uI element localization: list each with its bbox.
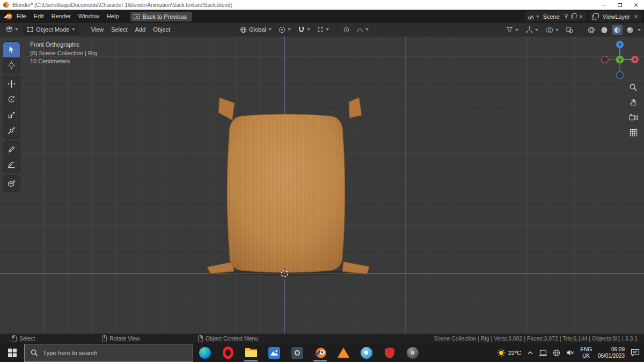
orange-triangle-app-icon[interactable] <box>332 343 355 362</box>
gizmo-minus-z-ball[interactable] <box>617 72 624 79</box>
blue-round-app-icon[interactable] <box>355 343 378 362</box>
selectability-filter-dropdown[interactable] <box>503 25 521 35</box>
tool-cursor-button[interactable] <box>3 57 20 73</box>
weather-widget[interactable]: 22°C <box>497 349 522 357</box>
pan-button[interactable] <box>627 97 639 108</box>
viewport-header: Object Mode View Select Add Object Globa… <box>0 23 644 36</box>
language-indicator[interactable]: ENG UK <box>580 346 592 359</box>
menu-render[interactable]: Render <box>48 10 75 23</box>
scale-icon <box>8 111 16 119</box>
sack-object[interactable] <box>207 98 369 276</box>
proportional-editing-icon <box>343 27 349 33</box>
action-center-icon[interactable] <box>631 349 640 357</box>
snap-toggle-button[interactable] <box>295 25 313 35</box>
tool-add-cube-button[interactable] <box>3 176 20 191</box>
separator <box>336 26 336 33</box>
menu-help[interactable]: Help <box>103 10 123 23</box>
tool-move-button[interactable] <box>3 76 20 92</box>
camera-view-button[interactable] <box>627 112 639 123</box>
minimize-icon <box>602 5 606 5</box>
menu-edit[interactable]: Edit <box>30 10 48 23</box>
menu-file[interactable]: File <box>13 10 30 23</box>
pin-icon[interactable] <box>564 13 569 19</box>
proportional-editing-toggle[interactable] <box>341 25 352 35</box>
navigation-gizmo[interactable]: Z X Y <box>590 39 644 88</box>
toggle-projection-button[interactable] <box>627 127 639 138</box>
rendered-sphere-icon <box>626 26 634 34</box>
back-to-previous-button[interactable]: Back to Previous <box>130 12 193 21</box>
scene-selector[interactable]: Scene <box>525 11 586 21</box>
tool-transform-button[interactable] <box>3 123 20 138</box>
pivot-point-dropdown[interactable] <box>276 25 294 35</box>
search-input[interactable] <box>43 350 187 356</box>
hint-context-label: Object Context Menu <box>206 335 259 342</box>
shading-solid-button[interactable] <box>599 25 610 35</box>
tool-select-button[interactable] <box>3 42 20 57</box>
shading-wireframe-button[interactable] <box>586 25 597 35</box>
minimize-button[interactable] <box>596 0 612 10</box>
tool-rotate-button[interactable] <box>3 92 20 107</box>
gizmo-y-ball[interactable]: Y <box>616 56 624 64</box>
close-button[interactable] <box>628 0 644 10</box>
gray-round-app-icon[interactable] <box>401 343 424 362</box>
tool-measure-button[interactable] <box>3 157 20 173</box>
falloff-dropdown[interactable] <box>354 25 371 35</box>
gizmo-z-ball[interactable]: Z <box>616 41 624 48</box>
menu-add[interactable]: Add <box>131 23 150 36</box>
taskbar-search[interactable] <box>24 344 193 362</box>
annotate-pen-icon <box>8 145 16 153</box>
shading-material-button[interactable] <box>612 25 623 35</box>
volume-muted-icon[interactable] <box>566 349 574 356</box>
chevron-down-icon <box>535 29 538 31</box>
unlink-scene-icon[interactable] <box>579 14 583 19</box>
zoom-button[interactable] <box>627 82 639 93</box>
show-overlays-dropdown[interactable] <box>543 25 561 35</box>
scene-statistics: Scene Collection | Rig | Verts:3,082 | F… <box>434 335 644 342</box>
gizmo-x-ball[interactable]: X <box>631 56 639 63</box>
network-globe-icon[interactable] <box>553 349 560 357</box>
view-layer-selector[interactable]: ViewLayer <box>589 11 641 21</box>
blender-app-icon[interactable] <box>3 13 13 20</box>
blue-app-icon[interactable] <box>262 343 286 362</box>
snap-settings-dropdown[interactable] <box>314 25 332 35</box>
file-explorer-icon[interactable] <box>239 343 262 362</box>
toggle-xray-button[interactable] <box>564 25 576 35</box>
viewport-display-tools <box>503 23 641 36</box>
transform-orientation-dropdown[interactable]: Global <box>237 25 274 35</box>
tool-scale-button[interactable] <box>3 107 20 123</box>
viewport-3d[interactable]: Front Orthographic (0) Scene Collection … <box>0 36 644 334</box>
edge-icon[interactable] <box>193 343 216 362</box>
tool-annotate-button[interactable] <box>3 142 20 157</box>
sack-corner-tie-top-left <box>218 98 235 120</box>
move-icon <box>8 80 16 88</box>
show-gizmo-dropdown[interactable] <box>523 25 541 35</box>
maximize-button[interactable] <box>612 0 628 10</box>
editor-type-button[interactable] <box>3 26 21 33</box>
clock[interactable]: 06:09 06/01/2023 <box>598 346 625 359</box>
tray-expand-chevron-icon[interactable] <box>527 350 533 355</box>
remove-view-layer-icon[interactable] <box>634 14 638 19</box>
rotate-icon <box>8 95 16 104</box>
gizmo-minus-x-ball[interactable] <box>602 56 609 63</box>
blender-icon[interactable] <box>309 343 332 362</box>
menu-object[interactable]: Object <box>149 23 174 36</box>
start-button[interactable] <box>0 343 24 362</box>
opera-icon[interactable] <box>216 343 239 362</box>
menu-select[interactable]: Select <box>107 23 131 36</box>
view-name-overlay: Front Orthographic <box>30 41 97 49</box>
menu-view[interactable]: View <box>87 23 107 36</box>
topbar-right: Scene ViewLayer <box>525 10 641 23</box>
windows-taskbar: 22°C ENG UK <box>0 343 644 362</box>
device-icon[interactable] <box>539 350 547 356</box>
system-tray: 22°C ENG UK <box>497 346 644 359</box>
new-scene-icon[interactable] <box>571 13 577 19</box>
shading-rendered-button[interactable] <box>625 25 635 35</box>
dark-app-icon[interactable] <box>286 343 309 362</box>
viewport-editor-icon <box>5 26 13 33</box>
menu-window[interactable]: Window <box>75 10 103 23</box>
camera-icon <box>629 114 638 121</box>
mode-dropdown[interactable]: Object Mode <box>23 25 79 35</box>
security-shield-app-icon[interactable] <box>378 343 401 362</box>
object-mode-icon <box>27 26 33 33</box>
language-line1: ENG <box>580 346 592 353</box>
